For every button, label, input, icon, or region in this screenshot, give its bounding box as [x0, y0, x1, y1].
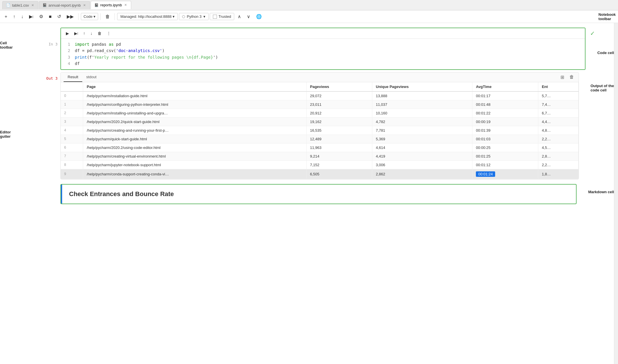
cell-ent: 4,8… — [538, 126, 579, 135]
nav-up-button[interactable]: ∧ — [235, 12, 243, 21]
python-chevron: ▾ — [203, 14, 205, 19]
row-index: 3 — [61, 117, 83, 126]
tab-bar: 📄 table1.csv ✕ 📓 annual-report.ipynb ✕ 📓… — [0, 0, 618, 10]
line-num-2: 2 — [64, 47, 70, 54]
add-cell-button[interactable]: + — [2, 13, 9, 21]
delete-cell-button[interactable]: 🗑 — [103, 13, 112, 21]
cell-pageviews: 6,505 — [306, 169, 372, 179]
table-row[interactable]: 3/help/pycharm/2020.2/quick-start-guide.… — [61, 117, 579, 126]
trusted-button[interactable]: Trusted — [210, 13, 234, 20]
row-index: 6 — [61, 143, 83, 152]
editor-gutter-annotation: Editorgutter — [0, 130, 40, 139]
table-row[interactable]: 1/help/pycharm/configuring-python-interp… — [61, 100, 579, 109]
cell-pageviews: 16,535 — [306, 126, 372, 135]
cell-ent: 2,2… — [538, 160, 579, 169]
col-header-pageviews: Pageviews — [306, 82, 372, 91]
output-tab-stdout[interactable]: stdout — [82, 72, 100, 82]
output-cell: Result stdout ⊞ 🗑 — [60, 72, 579, 179]
cell-avgtime: 00:00:19 — [472, 117, 538, 126]
table-row[interactable]: 6/help/pycharm/2020.2/using-code-editor.… — [61, 143, 579, 152]
table-row[interactable]: 9/help/pycharm/conda-support-creating-co… — [61, 169, 579, 179]
notebook-container: 📄 table1.csv ✕ 📓 annual-report.ipynb ✕ 📓… — [0, 0, 618, 364]
tab-reports-close[interactable]: ✕ — [124, 3, 127, 7]
nav-down-button[interactable]: ∨ — [245, 12, 253, 21]
cell-unique: 11,037 — [372, 100, 472, 109]
cell-toolbar-annotation: Celltoolbar — [0, 41, 40, 49]
stop-button[interactable]: ■ — [47, 13, 54, 21]
in-prompt: In 3 — [40, 28, 60, 46]
table-row[interactable]: 5/help/pycharm/quick-start-guide.html12,… — [61, 135, 579, 143]
cell-avgtime: 00:01:24 — [472, 169, 538, 179]
tab-reports[interactable]: 📓 reports.ipynb ✕ — [91, 1, 131, 9]
col-header-ent: Ent — [538, 82, 579, 91]
python-label: Python 3 — [187, 14, 201, 19]
cell-unique: 4,614 — [372, 143, 472, 152]
cell-type-select[interactable]: Code ▾ — [81, 13, 98, 20]
cell-avgtime: 00:01:48 — [472, 100, 538, 109]
table-row[interactable]: 7/help/pycharm/creating-virtual-environm… — [61, 152, 579, 160]
trusted-checkbox — [213, 15, 217, 19]
table-row[interactable]: 4/help/pycharm/creating-and-running-your… — [61, 126, 579, 135]
kernel-chevron: ▾ — [173, 14, 175, 19]
cell-delete-button[interactable]: 🗑 — [96, 30, 104, 37]
cell-run-cursor-button[interactable]: ▶| — [72, 30, 80, 37]
table-row[interactable]: 0/help/pycharm/installation-guide.html29… — [61, 91, 579, 100]
tab-annual[interactable]: 📓 annual-report.ipynb ✕ — [39, 1, 90, 9]
cell-page: /help/pycharm/jupyter-notebook-support.h… — [83, 160, 306, 169]
cell-ent: 1,8… — [538, 169, 579, 179]
python-status[interactable]: Python 3 ▾ — [179, 13, 208, 20]
move-down-button[interactable]: ↓ — [19, 13, 26, 21]
code-editor[interactable]: 1import pandas as pd 2df = pd.read_csv('… — [61, 39, 585, 69]
move-up-button[interactable]: ↑ — [11, 13, 18, 21]
cell-page: /help/pycharm/creating-virtual-environme… — [83, 152, 306, 160]
kernel-label: Managed: http://localhost:8888 — [120, 14, 171, 19]
globe-button[interactable]: 🌐 — [254, 12, 264, 21]
output-delete-button[interactable]: 🗑 — [568, 73, 576, 81]
trusted-label: Trusted — [219, 14, 231, 19]
cell-avgtime: 00:01:03 — [472, 135, 538, 143]
output-tab-result[interactable]: Result — [64, 72, 82, 82]
notebook-toolbar-annotation: Notebook toolbar — [598, 12, 616, 21]
run-all-button[interactable]: ▶▶ — [64, 12, 76, 21]
restart-button[interactable]: ↺ — [55, 12, 63, 21]
cell-pageviews: 19,162 — [306, 117, 372, 126]
output-annotation: Output of thecode cell — [590, 72, 614, 92]
code-line-4: 4df — [64, 60, 581, 67]
output-grid-button[interactable]: ⊞ — [559, 73, 566, 81]
scrollbar[interactable] — [614, 23, 618, 364]
row-index: 8 — [61, 160, 83, 169]
code-line-1: 1import pandas as pd — [64, 41, 581, 47]
tab-table1-label: table1.csv — [12, 3, 29, 7]
cell-unique: 4,419 — [372, 152, 472, 160]
tab-table1-close[interactable]: ✕ — [31, 3, 35, 7]
cell-ent: 5,7… — [538, 91, 579, 100]
row-index: 1 — [61, 100, 83, 109]
cell-page: /help/pycharm/installation-guide.html — [83, 91, 306, 100]
cell-move-up-button[interactable]: ↑ — [81, 30, 87, 37]
cell-pageviews: 7,152 — [306, 160, 372, 169]
kernel-dropdown[interactable]: Managed: http://localhost:8888 ▾ — [117, 13, 178, 20]
bug-button[interactable]: ⚙ — [37, 12, 45, 21]
tab-annual-close[interactable]: ✕ — [83, 3, 86, 7]
tab-table1[interactable]: 📄 table1.csv ✕ — [2, 1, 38, 9]
cell-avgtime: 00:01:12 — [472, 160, 538, 169]
data-table-wrapper: Page Pageviews Unique Pageviews AvgTime … — [61, 82, 579, 179]
cell-pageviews: 29,072 — [306, 91, 372, 100]
table-row[interactable]: 2/help/pycharm/installing-uninstalling-a… — [61, 109, 579, 117]
cell-unique: 10,160 — [372, 109, 472, 117]
cell-more-button[interactable]: ⋮ — [105, 30, 113, 37]
cell-move-down-button[interactable]: ↓ — [88, 30, 94, 37]
cell-toolbar: ▶ ▶| ↑ ↓ 🗑 ⋮ — [61, 28, 585, 39]
code-cell-annotation: Code cell — [597, 28, 614, 55]
run-button[interactable]: ▶| — [27, 12, 35, 21]
code-line-3: 3print(f'Yearly report for the following… — [64, 54, 581, 60]
markdown-cell[interactable]: Check Entrances and Bounce Rate — [60, 184, 577, 204]
cell-ent: 4,4… — [538, 117, 579, 126]
row-index: 7 — [61, 152, 83, 160]
col-header-avgtime: AvgTime — [472, 82, 538, 91]
cell-run-button[interactable]: ▶ — [64, 30, 71, 37]
out-prompt: Out 3 — [40, 72, 60, 81]
cell-avgtime: 00:01:25 — [472, 152, 538, 160]
table-row[interactable]: 8/help/pycharm/jupyter-notebook-support.… — [61, 160, 579, 169]
cell-ent: 7,4… — [538, 100, 579, 109]
